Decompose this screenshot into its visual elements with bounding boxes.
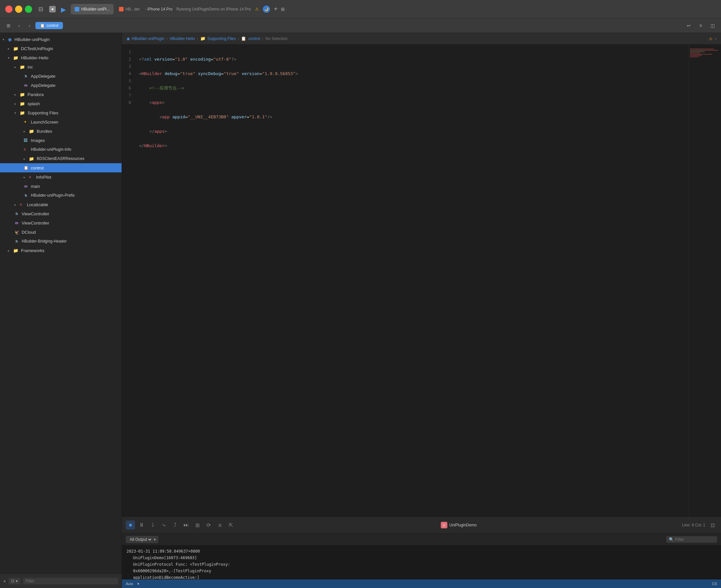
breadcrumb-item-4[interactable]: control xyxy=(248,36,260,41)
debug-step-over-btn[interactable]: ⤵ xyxy=(148,521,157,530)
filter-dropdown-label: ⊡ xyxy=(11,579,15,583)
chevron-right-inc: ▸ xyxy=(15,65,18,69)
output-selector[interactable]: All Output ▾ xyxy=(126,536,158,543)
sidebar-label-viewcontroller-h: ViewController xyxy=(22,211,49,216)
sidebar-item-appdelegate-m[interactable]: m AppDelegate xyxy=(0,81,122,90)
minimap-line-5 xyxy=(690,54,712,55)
play-button[interactable]: ▶ xyxy=(60,5,67,13)
debug-toolbar: ■ ⏸ ⤵ ⤷ ⤴ ⏭ ⊞ ⟳ ⤮ ⇱ U UniPluginDemo Line… xyxy=(122,517,721,533)
sidebar-item-splash[interactable]: ▸ 📁 splash xyxy=(0,99,122,108)
breadcrumb-sep-1: › xyxy=(166,36,168,41)
sidebar-item-info-plist[interactable]: ≡ HBuilder-uniPlugin-Info xyxy=(0,145,122,154)
debug-pause-btn[interactable]: ⏸ xyxy=(137,521,146,530)
sidebar-item-infoplist[interactable]: ▸ ≡ InfoPlist xyxy=(0,172,122,182)
related-items-button[interactable]: ↩ xyxy=(684,21,694,30)
sidebar-item-bds[interactable]: ▸ 📁 BDSClientEASRResources xyxy=(0,154,122,163)
toggle-console-btn[interactable]: ⊡ xyxy=(708,521,717,530)
sidebar-item-localizable[interactable]: ▸ ≡ Localizable xyxy=(0,200,122,209)
filter-dropdown[interactable]: ⊡ ▾ xyxy=(8,578,20,584)
add-file-button[interactable]: + xyxy=(3,579,6,584)
split-view-button[interactable]: ⊞ xyxy=(281,6,285,12)
line-num-6: 6 xyxy=(127,85,131,92)
swift-icon: 🦅 xyxy=(15,230,19,235)
console-right: 🔍 xyxy=(666,536,717,543)
sidebar-label-frameworks: Frameworks xyxy=(21,248,45,253)
back-button[interactable]: ‹ xyxy=(15,21,24,30)
sidebar-item-supporting-files[interactable]: ▾ 📁 Supporting Files xyxy=(0,108,122,117)
sidebar-filter-input[interactable] xyxy=(23,578,118,584)
sidebar-item-main[interactable]: m main xyxy=(0,182,122,191)
sidebar-item-viewcontroller-h[interactable]: h ViewController xyxy=(0,209,122,218)
folder-icon-splash: 📁 xyxy=(20,101,25,106)
breadcrumb-sep-2: › xyxy=(197,36,198,41)
close-button[interactable] xyxy=(5,5,13,13)
debug-step-out-btn[interactable]: ⤴ xyxy=(170,521,179,530)
line-num-7: 7 xyxy=(127,92,131,99)
sidebar-item-hbuilder-hello[interactable]: ▾ 📁 HBuilder-Hello xyxy=(0,53,122,62)
outline-button[interactable]: ≡ xyxy=(696,21,705,30)
sidebar-item-pandora[interactable]: ▸ 📁 Pandora xyxy=(0,90,122,99)
breadcrumb-item-1[interactable]: HBuilder-uniPlugin xyxy=(132,36,164,41)
breadcrumb-item-2[interactable]: HBuilder-Hello xyxy=(169,36,195,41)
h-icon-vc: h xyxy=(15,212,19,216)
tab-hbuilder[interactable]: HB...der xyxy=(115,4,144,15)
fullscreen-button[interactable] xyxy=(25,5,32,13)
sidebar-item-control[interactable]: 📋 control xyxy=(0,163,122,172)
code-editor[interactable]: 1 2 3 4 5 6 7 8 <?xml version="1.0" enco… xyxy=(122,45,688,517)
debug-step-into-btn[interactable]: ⤷ xyxy=(159,521,168,530)
folder-icon-bds: 📁 xyxy=(29,156,34,161)
console-filter-input[interactable] xyxy=(675,537,715,542)
encoding-label[interactable]: Auto xyxy=(126,582,133,586)
stop-button[interactable]: ■ xyxy=(49,6,56,13)
plist-icon: ≡ xyxy=(24,147,28,152)
active-file-tab[interactable]: 📋 control xyxy=(36,22,63,29)
code-content[interactable]: <?xml version="1.0" encoding="utf-8"?> <… xyxy=(135,45,688,517)
debug-active-btn[interactable]: ■ xyxy=(126,521,135,530)
output-select[interactable]: All Output xyxy=(128,537,152,542)
sidebar-item-dcloud[interactable]: 🦅 DCloud xyxy=(0,228,122,237)
sidebar-item-hbuilder-uniplugin[interactable]: ▾ ◉ HBuilder-uniPlugin xyxy=(0,35,122,44)
sidebar-item-prefix[interactable]: h HBuilder-uniPlugin-Prefix xyxy=(0,191,122,200)
code-line-6: </apps> xyxy=(139,128,688,135)
sidebar-item-bundles[interactable]: ▸ 📁 Bundles xyxy=(0,127,122,136)
sidebar-item-viewcontroller-m[interactable]: m ViewController xyxy=(0,218,122,228)
plist-icon-3: ≡ xyxy=(20,202,24,207)
breadcrumb-item-3[interactable]: Supporting Files xyxy=(208,36,236,41)
main-layout: ▾ ◉ HBuilder-uniPlugin ▸ 📁 DCTestUniPlug… xyxy=(0,33,721,588)
console-filter-input-wrap[interactable]: 🔍 xyxy=(666,536,717,543)
tab-hbuilder-plugin-label: HBuilder-uniPl... xyxy=(81,7,110,12)
sidebar-item-images[interactable]: 🖼 Images xyxy=(0,136,122,145)
device-label: iPhone 14 Pro xyxy=(147,7,172,12)
grid-view-button[interactable]: ⊞ xyxy=(4,21,13,30)
sidebar-toggle-button[interactable]: ⊟ xyxy=(36,5,45,14)
authors-button[interactable]: ◫ xyxy=(708,21,717,30)
project-breadcrumb-icon: ◉ xyxy=(127,36,130,41)
debug-mem-btn[interactable]: ⇱ xyxy=(226,521,235,530)
running-label: Running UniPluginDemo on iPhone 14 Pro xyxy=(176,7,251,12)
minimize-button[interactable] xyxy=(15,5,22,13)
tab-hbuilder-plugin[interactable]: HBuilder-uniPl... xyxy=(71,4,114,15)
debug-frame-btn[interactable]: ⊞ xyxy=(193,521,202,530)
chevron-right-splash: ▸ xyxy=(15,102,18,106)
debug-thread-btn[interactable]: ⟳ xyxy=(204,521,213,530)
sidebar-item-bridging[interactable]: h HBuilder-Bridging-Header xyxy=(0,237,122,246)
sidebar-label-images: Images xyxy=(31,138,45,143)
sidebar-item-launchscreen[interactable]: ✦ LaunchScreen xyxy=(0,117,122,127)
toolbar: ⊞ ‹ › 📋 control ↩ ≡ ◫ xyxy=(0,18,721,33)
sidebar-item-appdelegate-h[interactable]: h AppDelegate xyxy=(0,71,122,81)
forward-button[interactable]: › xyxy=(25,21,34,30)
minimap-line-1 xyxy=(690,48,714,49)
xib-icon: ✦ xyxy=(24,120,28,124)
debug-continue-btn[interactable]: ⏭ xyxy=(182,521,191,530)
add-tab-button[interactable]: + xyxy=(274,5,278,13)
sidebar-item-inc[interactable]: ▸ 📁 inc xyxy=(0,62,122,71)
line-num-1: 1 xyxy=(127,48,131,56)
active-file-label: control xyxy=(46,23,58,28)
minimap-line-3 xyxy=(690,51,705,52)
breadcrumb-bar: ◉ HBuilder-uniPlugin › HBuilder-Hello › … xyxy=(122,33,721,45)
h-icon-prefix: h xyxy=(24,193,28,197)
minimap xyxy=(688,45,721,517)
sidebar-item-frameworks[interactable]: ▸ 📁 Frameworks xyxy=(0,246,122,255)
debug-exception-btn[interactable]: ⤮ xyxy=(215,521,224,530)
sidebar-item-dctestuniplugin[interactable]: ▸ 📁 DCTestUniPlugin xyxy=(0,44,122,53)
